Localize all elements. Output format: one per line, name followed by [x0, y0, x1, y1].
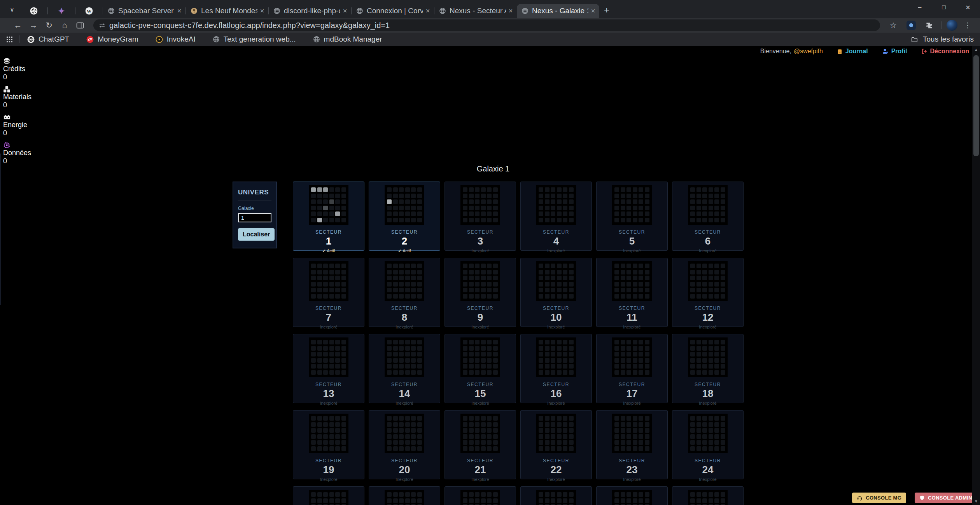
pinned-tab-wordpress[interactable]: W: [75, 4, 103, 18]
home-button[interactable]: ⌂: [57, 19, 72, 31]
sector-card[interactable]: SECTEUR23Inexploré: [596, 410, 668, 479]
site-settings-icon[interactable]: [99, 22, 105, 29]
menu-dots-icon[interactable]: ⋮: [960, 19, 975, 31]
grid-cell: [463, 352, 467, 356]
forward-button[interactable]: →: [26, 19, 41, 31]
tab-close-icon[interactable]: ✕: [508, 8, 513, 14]
grid-cell: [405, 206, 410, 210]
side-panel-icon[interactable]: [72, 19, 88, 31]
page-scrollbar[interactable]: ▲ ▼: [972, 46, 980, 505]
tab-0[interactable]: Spacebar Server✕: [103, 4, 186, 18]
sector-grid: SECTEUR1✔ ActifSECTEUR2✔ ActifSECTEUR3In…: [293, 182, 744, 505]
tab-close-icon[interactable]: ✕: [425, 8, 430, 14]
tab-close-icon[interactable]: ✕: [260, 8, 264, 14]
sector-card[interactable]: SECTEUR12Inexploré: [672, 258, 744, 327]
grid-cell: [621, 206, 625, 210]
sector-card[interactable]: SECTEUR4Inexploré: [520, 182, 592, 251]
sector-card[interactable]: SECTEUR19Inexploré: [293, 410, 364, 479]
close-button[interactable]: ✕: [956, 0, 980, 15]
console-button-shield[interactable]: CONSOLE ADMIN: [915, 493, 977, 503]
bookmark-item[interactable]: ChatGPT: [27, 35, 69, 44]
tab-search-button[interactable]: ∨: [5, 4, 19, 16]
bookmark-item[interactable]: Text generation web...: [213, 35, 296, 44]
tab-4[interactable]: Nexus - Secteur Alpha [G1]✕: [434, 4, 517, 18]
back-button[interactable]: ←: [10, 19, 26, 31]
sector-card[interactable]: SECTEUR2✔ Actif: [369, 182, 440, 251]
galaxy-input[interactable]: [238, 213, 271, 222]
bookmark-item[interactable]: MoneyGram: [86, 35, 138, 44]
grid-cell: [539, 428, 543, 433]
localiser-button[interactable]: Localiser: [238, 228, 275, 241]
sector-card[interactable]: SECTEUR10Inexploré: [520, 258, 592, 327]
grid-cell: [633, 434, 637, 439]
sector-card[interactable]: SECTEUR11Inexploré: [596, 258, 668, 327]
grid-cell: [493, 498, 498, 503]
tab-close-icon[interactable]: ✕: [591, 8, 595, 14]
grid-cell: [311, 416, 316, 421]
grid-cell: [487, 187, 492, 192]
sector-card[interactable]: SECTEUR5Inexploré: [596, 182, 668, 251]
sector-card[interactable]: SECTEUR24Inexploré: [672, 410, 744, 479]
sector-card[interactable]: SECTEUR3Inexploré: [444, 182, 516, 251]
sector-card-partial[interactable]: [672, 486, 744, 505]
shield-icon: [919, 495, 925, 501]
grid-cell: [393, 428, 398, 433]
address-bar[interactable]: galactic-pve-conquest-c7fe.dev.flatlogic…: [93, 19, 880, 31]
pinned-tab-gemini[interactable]: [48, 4, 75, 18]
sector-card-partial[interactable]: [369, 486, 440, 505]
sector-card[interactable]: SECTEUR1✔ Actif: [293, 182, 364, 251]
sector-card-partial[interactable]: [444, 486, 516, 505]
bookmark-star-icon[interactable]: ☆: [886, 19, 901, 31]
all-bookmarks[interactable]: Tous les favoris: [902, 35, 974, 44]
minimize-button[interactable]: –: [908, 0, 932, 15]
scroll-up-arrow[interactable]: ▲: [972, 47, 980, 52]
sector-card[interactable]: SECTEUR21Inexploré: [444, 410, 516, 479]
grid-cell: [621, 446, 625, 451]
sector-card[interactable]: SECTEUR15Inexploré: [444, 334, 516, 403]
tab-close-icon[interactable]: ✕: [177, 8, 182, 14]
extension-shortcut-icon[interactable]: [903, 19, 919, 31]
profile-avatar[interactable]: [947, 20, 957, 31]
header-link-journal[interactable]: Journal: [837, 48, 868, 55]
apps-grid-icon[interactable]: [6, 36, 13, 43]
grid-cell: [475, 199, 480, 204]
grid-cell: [545, 358, 550, 363]
console-button-headset[interactable]: CONSOLE MG: [852, 493, 906, 503]
sector-card[interactable]: SECTEUR7Inexploré: [293, 258, 364, 327]
pinned-tab-swirl[interactable]: [20, 4, 47, 18]
scroll-down-arrow[interactable]: ▼: [972, 499, 980, 503]
grid-cell: [323, 416, 328, 421]
new-tab-button[interactable]: +: [599, 3, 614, 17]
tab-active[interactable]: Nexus - Galaxie 1✕: [517, 4, 599, 18]
maximize-button[interactable]: □: [932, 0, 956, 15]
coins-icon: [3, 57, 32, 65]
sector-card[interactable]: SECTEUR13Inexploré: [293, 334, 364, 403]
reload-button[interactable]: ↻: [41, 19, 57, 31]
extensions-puzzle-icon[interactable]: [921, 19, 937, 31]
tab-close-icon[interactable]: ✕: [343, 8, 347, 14]
grid-cell: [551, 346, 555, 351]
grid-cell: [690, 288, 695, 292]
sector-card[interactable]: SECTEUR6Inexploré: [672, 182, 744, 251]
header-link-déconnexion[interactable]: Déconnexion: [921, 48, 969, 55]
sector-card-partial[interactable]: [596, 486, 668, 505]
sector-card[interactable]: SECTEUR16Inexploré: [520, 334, 592, 403]
sector-card[interactable]: SECTEUR17Inexploré: [596, 334, 668, 403]
sector-card-partial[interactable]: [293, 486, 364, 505]
bookmark-item[interactable]: InvokeAI: [156, 35, 196, 44]
grid-cell: [487, 340, 492, 344]
tab-2[interactable]: discord-like-php-chat-7262.de✕: [269, 4, 351, 18]
sector-card[interactable]: SECTEUR22Inexploré: [520, 410, 592, 479]
scrollbar-thumb[interactable]: [973, 55, 979, 156]
header-link-profil[interactable]: Profil: [882, 48, 907, 55]
sector-card[interactable]: SECTEUR18Inexploré: [672, 334, 744, 403]
sector-minimap: [385, 261, 424, 301]
sector-card[interactable]: SECTEUR20Inexploré: [369, 410, 440, 479]
sector-card[interactable]: SECTEUR9Inexploré: [444, 258, 516, 327]
tab-3[interactable]: Connexion | Corvara✕: [352, 4, 434, 18]
tab-1[interactable]: Les Neuf Mondes de la Mytholo✕: [186, 4, 268, 18]
sector-card[interactable]: SECTEUR14Inexploré: [369, 334, 440, 403]
sector-card-partial[interactable]: [520, 486, 592, 505]
bookmark-item[interactable]: mdBook Manager: [313, 35, 382, 44]
sector-card[interactable]: SECTEUR8Inexploré: [369, 258, 440, 327]
